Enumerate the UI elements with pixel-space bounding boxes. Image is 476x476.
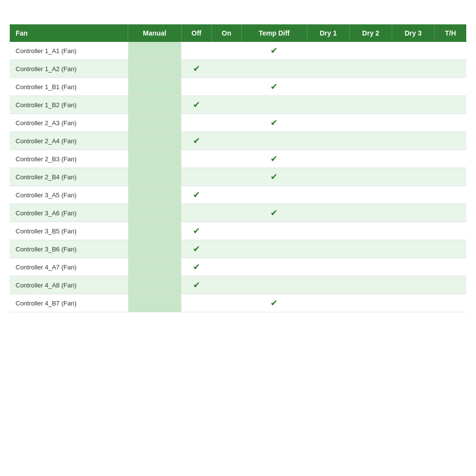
row-manual xyxy=(128,78,181,96)
check-icon: ✔ xyxy=(270,82,278,92)
row-dry3 xyxy=(392,132,434,150)
row-dry2 xyxy=(349,204,392,222)
row-manual xyxy=(128,168,181,186)
row-manual xyxy=(128,114,181,132)
row-tempDiff: ✔ xyxy=(241,294,307,312)
row-dry1 xyxy=(307,240,349,258)
row-dry1 xyxy=(307,114,349,132)
row-tempDiff: ✔ xyxy=(241,78,307,96)
row-off: ✔ xyxy=(181,186,211,204)
check-icon: ✔ xyxy=(270,154,278,164)
col-header-off: Off xyxy=(181,24,211,42)
row-tempDiff xyxy=(241,186,307,204)
row-th xyxy=(435,132,466,150)
row-fan-name: Controller 2_A3 (Fan) xyxy=(10,114,128,132)
check-icon: ✔ xyxy=(193,100,200,110)
check-icon: ✔ xyxy=(270,46,278,56)
row-fan-name: Controller 4_B7 (Fan) xyxy=(10,294,128,312)
row-dry3 xyxy=(392,168,434,186)
table-row: Controller 1_B1 (Fan)✔ xyxy=(10,78,466,96)
row-th xyxy=(435,204,466,222)
check-icon: ✔ xyxy=(193,226,200,236)
row-on xyxy=(211,276,241,294)
row-on xyxy=(211,186,241,204)
row-off: ✔ xyxy=(181,222,211,240)
row-on xyxy=(211,96,241,114)
row-on xyxy=(211,294,241,312)
check-icon: ✔ xyxy=(270,172,278,182)
row-tempDiff: ✔ xyxy=(241,168,307,186)
row-th xyxy=(435,78,466,96)
row-dry1 xyxy=(307,258,349,276)
row-dry1 xyxy=(307,42,349,60)
row-manual xyxy=(128,60,181,78)
row-fan-name: Controller 2_A4 (Fan) xyxy=(10,132,128,150)
row-fan-name: Controller 4_A7 (Fan) xyxy=(10,258,128,276)
row-th xyxy=(435,96,466,114)
row-dry2 xyxy=(349,42,392,60)
row-tempDiff: ✔ xyxy=(241,42,307,60)
col-header-manual: Manual xyxy=(128,24,181,42)
table-header-row: FanManualOffOnTemp DiffDry 1Dry 2Dry 3T/… xyxy=(10,24,466,42)
row-manual xyxy=(128,222,181,240)
row-dry3 xyxy=(392,114,434,132)
col-header-on: On xyxy=(211,24,241,42)
row-dry3 xyxy=(392,42,434,60)
table-row: Controller 1_A1 (Fan)✔ xyxy=(10,42,466,60)
row-dry3 xyxy=(392,204,434,222)
row-fan-name: Controller 3_B5 (Fan) xyxy=(10,222,128,240)
row-off: ✔ xyxy=(181,60,211,78)
check-icon: ✔ xyxy=(270,208,278,218)
row-manual xyxy=(128,276,181,294)
table-row: Controller 3_B5 (Fan)✔ xyxy=(10,222,466,240)
row-tempDiff xyxy=(241,276,307,294)
row-tempDiff xyxy=(241,240,307,258)
row-tempDiff: ✔ xyxy=(241,114,307,132)
row-dry3 xyxy=(392,222,434,240)
table-row: Controller 2_A4 (Fan)✔ xyxy=(10,132,466,150)
table-row: Controller 3_A6 (Fan)✔ xyxy=(10,204,466,222)
row-manual xyxy=(128,96,181,114)
row-dry2 xyxy=(349,294,392,312)
row-tempDiff xyxy=(241,222,307,240)
row-fan-name: Controller 1_A2 (Fan) xyxy=(10,60,128,78)
row-dry2 xyxy=(349,96,392,114)
row-dry1 xyxy=(307,276,349,294)
col-header-dry-2: Dry 2 xyxy=(349,24,392,42)
row-th xyxy=(435,42,466,60)
row-on xyxy=(211,204,241,222)
check-icon: ✔ xyxy=(193,136,200,146)
row-off: ✔ xyxy=(181,276,211,294)
row-off xyxy=(181,168,211,186)
row-off xyxy=(181,78,211,96)
row-dry3 xyxy=(392,150,434,168)
row-dry3 xyxy=(392,276,434,294)
row-dry3 xyxy=(392,240,434,258)
row-dry3 xyxy=(392,78,434,96)
table-row: Controller 2_A3 (Fan)✔ xyxy=(10,114,466,132)
row-dry2 xyxy=(349,150,392,168)
row-manual xyxy=(128,186,181,204)
row-th xyxy=(435,294,466,312)
row-off xyxy=(181,114,211,132)
row-dry2 xyxy=(349,276,392,294)
row-off: ✔ xyxy=(181,258,211,276)
check-icon: ✔ xyxy=(270,298,278,308)
row-on xyxy=(211,60,241,78)
crop-fan-table: FanManualOffOnTemp DiffDry 1Dry 2Dry 3T/… xyxy=(10,24,466,312)
check-icon: ✔ xyxy=(193,262,200,272)
row-dry3 xyxy=(392,186,434,204)
col-header-t/h: T/H xyxy=(435,24,466,42)
row-tempDiff xyxy=(241,132,307,150)
row-dry1 xyxy=(307,222,349,240)
table-row: Controller 3_A5 (Fan)✔ xyxy=(10,186,466,204)
table-row: Controller 3_B6 (Fan)✔ xyxy=(10,240,466,258)
row-on xyxy=(211,222,241,240)
row-off xyxy=(181,204,211,222)
row-manual xyxy=(128,204,181,222)
row-on xyxy=(211,240,241,258)
table-row: Controller 4_B7 (Fan)✔ xyxy=(10,294,466,312)
row-dry3 xyxy=(392,294,434,312)
row-manual xyxy=(128,240,181,258)
col-header-dry-3: Dry 3 xyxy=(392,24,434,42)
